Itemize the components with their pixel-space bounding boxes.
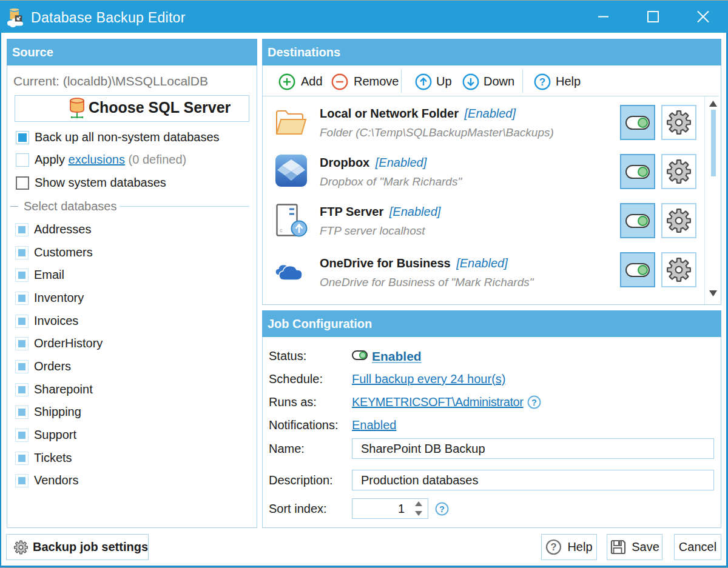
svg-text:?: ? [531,398,537,407]
svg-text:c: c [280,227,283,233]
svg-text:?: ? [539,76,545,88]
svg-text:?: ? [439,504,445,514]
svg-text:?: ? [551,541,557,552]
